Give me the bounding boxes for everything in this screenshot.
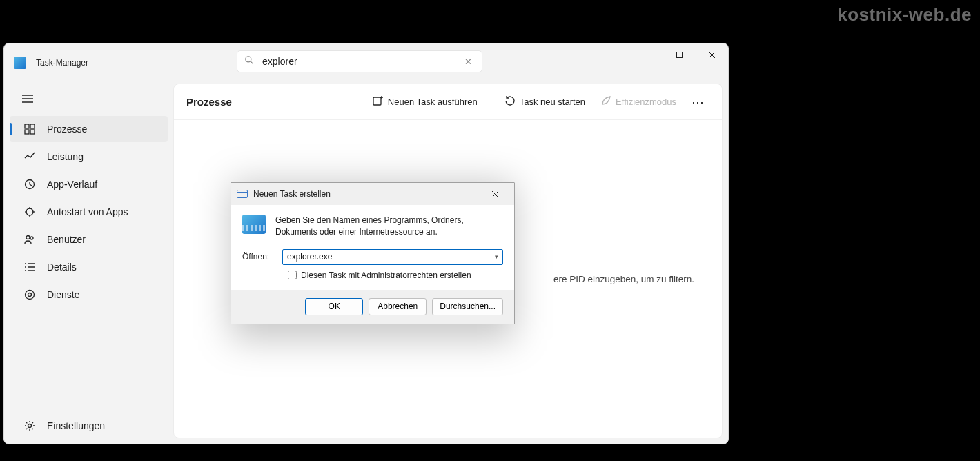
more-options-button[interactable]: ⋯ (687, 92, 709, 112)
open-combobox[interactable]: ▾ (282, 249, 503, 265)
restart-task-button[interactable]: Task neu starten (499, 91, 591, 112)
chevron-down-icon[interactable]: ▾ (495, 253, 498, 260)
separator (489, 95, 489, 110)
sidebar-item-app-history[interactable]: App-Verlauf (10, 171, 168, 197)
run-dialog-icon (242, 215, 266, 234)
sidebar-item-details[interactable]: Details (10, 254, 168, 280)
sidebar-item-processes[interactable]: Prozesse (10, 116, 168, 142)
search-box[interactable]: ✕ (237, 50, 482, 72)
open-input[interactable] (287, 252, 495, 262)
minimize-button[interactable] (631, 43, 663, 66)
svg-rect-9 (25, 124, 29, 128)
window-title: Task-Manager (36, 58, 88, 68)
admin-checkbox[interactable] (288, 271, 297, 279)
svg-point-19 (26, 236, 30, 239)
processes-icon (23, 124, 36, 135)
svg-point-27 (28, 293, 32, 297)
svg-rect-3 (677, 52, 683, 57)
dialog-close-button[interactable] (481, 184, 509, 204)
sidebar-item-label: Leistung (47, 151, 84, 162)
sidebar-item-services[interactable]: Dienste (10, 282, 168, 308)
titlebar: Task-Manager ✕ (4, 43, 728, 82)
svg-point-20 (30, 237, 33, 239)
restart-task-label: Task neu starten (520, 97, 585, 107)
performance-icon (23, 151, 36, 162)
history-icon (23, 179, 36, 190)
sidebar-item-users[interactable]: Benutzer (10, 226, 168, 253)
sidebar-item-startup[interactable]: Autostart von Apps (10, 199, 168, 225)
cancel-button[interactable]: Abbrechen (369, 298, 427, 315)
gear-icon (23, 420, 36, 431)
maximize-button[interactable] (663, 43, 696, 66)
sidebar: Prozesse Leistung App-Verlauf Autostart … (4, 82, 173, 444)
app-icon (14, 57, 26, 69)
ok-button[interactable]: OK (305, 298, 363, 315)
sidebar-item-performance[interactable]: Leistung (10, 144, 168, 170)
sidebar-item-label: Prozesse (47, 124, 87, 135)
new-task-button[interactable]: Neuen Task ausführen (367, 91, 483, 112)
svg-point-28 (26, 291, 35, 300)
window-controls (631, 43, 728, 66)
new-task-icon (373, 95, 384, 108)
dialog-title: Neuen Task erstellen (253, 189, 481, 199)
svg-rect-30 (373, 97, 381, 105)
filter-hint-text: ere PID einzugeben, um zu filtern. (553, 274, 694, 284)
open-label: Öffnen: (242, 252, 282, 262)
search-icon (244, 55, 254, 68)
svg-point-29 (28, 424, 32, 428)
svg-line-1 (251, 61, 253, 64)
new-task-label: Neuen Task ausführen (388, 97, 478, 107)
svg-rect-11 (25, 130, 29, 134)
dialog-app-icon (237, 190, 248, 198)
sidebar-item-label: Benutzer (47, 234, 86, 245)
dialog-description: Geben Sie den Namen eines Programms, Ord… (275, 215, 503, 238)
restart-icon (504, 95, 516, 108)
sidebar-item-label: Autostart von Apps (47, 206, 128, 217)
page-title: Prozesse (186, 96, 363, 108)
services-icon (23, 289, 36, 300)
efficiency-label: Effizienzmodus (616, 97, 676, 107)
browse-button[interactable]: Durchsuchen... (432, 298, 503, 315)
sidebar-item-label: App-Verlauf (47, 179, 97, 190)
startup-icon (23, 206, 36, 217)
leaf-icon (600, 95, 611, 108)
sidebar-item-label: Details (47, 262, 77, 273)
svg-rect-10 (30, 124, 35, 128)
sidebar-item-label: Dienste (47, 289, 79, 300)
efficiency-mode-button: Effizienzmodus (595, 91, 682, 112)
dialog-titlebar[interactable]: Neuen Task erstellen (231, 183, 514, 205)
sidebar-item-settings[interactable]: Einstellungen (10, 413, 168, 439)
svg-rect-12 (30, 130, 35, 134)
details-icon (23, 262, 36, 273)
svg-point-14 (26, 208, 33, 215)
hamburger-button[interactable] (14, 86, 41, 111)
admin-checkbox-label[interactable]: Diesen Task mit Administratorrechten ers… (301, 271, 471, 280)
svg-point-0 (246, 57, 251, 62)
users-icon (23, 234, 36, 245)
watermark-text: kostnix-web.de (837, 4, 972, 26)
content-header: Prozesse Neuen Task ausführen Task neu s… (174, 84, 722, 120)
close-button[interactable] (696, 43, 728, 66)
clear-search-icon[interactable]: ✕ (462, 55, 475, 68)
sidebar-item-label: Einstellungen (47, 420, 105, 431)
new-task-dialog: Neuen Task erstellen Geben Sie den Namen… (231, 182, 515, 324)
search-input[interactable] (262, 56, 462, 67)
